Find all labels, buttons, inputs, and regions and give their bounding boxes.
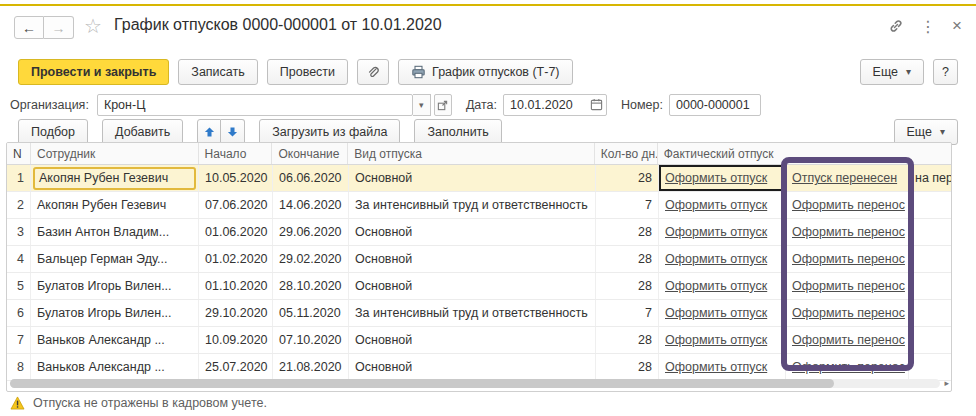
number-input[interactable] xyxy=(669,94,761,116)
type-cell[interactable]: Основной xyxy=(349,165,596,191)
end-cell[interactable]: 29.02.2020 xyxy=(273,246,349,272)
more-actions-button[interactable]: Еще ▾ xyxy=(860,59,924,85)
employee-cell[interactable]: Акопян Рубен Гезевич xyxy=(31,192,199,218)
transfer-link[interactable]: Оформить перенос xyxy=(792,306,905,320)
make-vacation-link[interactable]: Оформить отпуск xyxy=(665,225,767,239)
start-cell[interactable]: 10.09.2020 xyxy=(199,327,273,353)
start-cell[interactable]: 25.07.2020 xyxy=(199,354,273,380)
transfer-link[interactable]: Оформить перенос xyxy=(792,252,905,266)
transfer-link[interactable]: Отпуск перенесен xyxy=(792,171,897,185)
days-cell[interactable]: 28 xyxy=(596,165,659,191)
make-vacation-link[interactable]: Оформить отпуск xyxy=(665,360,767,374)
col-header-type[interactable]: Вид отпуска xyxy=(348,143,594,164)
type-cell[interactable]: За интенсивный труд и ответственность xyxy=(349,300,596,326)
close-icon[interactable]: × xyxy=(952,16,962,36)
type-cell[interactable]: Основной xyxy=(349,327,596,353)
extra-cell xyxy=(909,192,951,218)
transfer-link[interactable]: Оформить перенос xyxy=(792,279,905,293)
favorite-star-icon[interactable]: ☆ xyxy=(84,14,102,38)
organization-open-button[interactable] xyxy=(434,94,452,116)
days-cell[interactable]: 28 xyxy=(596,327,659,353)
employee-cell[interactable]: Ваньков Александр ... xyxy=(31,327,199,353)
end-cell[interactable]: 28.10.2020 xyxy=(273,273,349,299)
start-cell[interactable]: 29.10.2020 xyxy=(199,300,273,326)
more-menu-icon[interactable]: ⋮ xyxy=(920,17,936,36)
days-cell[interactable]: 28 xyxy=(596,354,659,380)
forward-button[interactable]: → xyxy=(44,16,74,39)
table-row[interactable]: 1 Акопян Рубен Гезевич 10.05.2020 06.06.… xyxy=(7,165,951,192)
employee-cell[interactable]: Бальцер Герман Эду... xyxy=(31,246,199,272)
start-cell[interactable]: 10.05.2020 xyxy=(199,165,273,191)
col-header-days[interactable]: Кол-во дн. xyxy=(595,143,658,164)
move-up-button[interactable] xyxy=(197,119,221,145)
type-cell[interactable]: За интенсивный труд и ответственность xyxy=(349,192,596,218)
col-header-start[interactable]: Начало xyxy=(199,143,273,164)
table-row[interactable]: 7 Ваньков Александр ... 10.09.2020 07.10… xyxy=(7,327,951,354)
attachments-button[interactable] xyxy=(357,59,389,85)
days-cell[interactable]: 28 xyxy=(596,219,659,245)
col-header-fact[interactable]: Фактический отпуск xyxy=(658,143,951,164)
employee-cell[interactable]: Ваньков Александр ... xyxy=(31,354,199,380)
end-cell[interactable]: 07.10.2020 xyxy=(273,327,349,353)
paperclip-icon xyxy=(366,65,380,79)
save-button[interactable]: Записать xyxy=(178,59,257,85)
col-header-n[interactable]: N xyxy=(7,143,31,164)
table-row[interactable]: 2 Акопян Рубен Гезевич 07.06.2020 14.06.… xyxy=(7,192,951,219)
days-cell[interactable]: 7 xyxy=(596,300,659,326)
move-down-button[interactable] xyxy=(221,119,245,145)
table-more-button[interactable]: Еще ▾ xyxy=(894,119,958,145)
type-cell[interactable]: Основной xyxy=(349,219,596,245)
start-cell[interactable]: 01.10.2020 xyxy=(199,273,273,299)
end-cell[interactable]: 21.08.2020 xyxy=(273,354,349,380)
add-button[interactable]: Добавить xyxy=(102,119,183,145)
organization-dropdown-button[interactable]: ▾ xyxy=(413,94,431,116)
back-button[interactable]: ← xyxy=(14,16,44,39)
print-t7-button[interactable]: График отпусков (Т-7) xyxy=(398,59,572,85)
make-vacation-link[interactable]: Оформить отпуск xyxy=(665,333,767,347)
load-from-file-button[interactable]: Загрузить из файла xyxy=(259,119,400,145)
make-vacation-link[interactable]: Оформить отпуск xyxy=(665,171,767,185)
transfer-link[interactable]: Оформить перенос xyxy=(792,225,905,239)
end-cell[interactable]: 29.06.2020 xyxy=(273,219,349,245)
days-cell[interactable]: 28 xyxy=(596,273,659,299)
start-cell[interactable]: 07.06.2020 xyxy=(199,192,273,218)
help-button[interactable]: ? xyxy=(933,59,958,85)
type-cell[interactable]: Основной xyxy=(349,246,596,272)
make-vacation-link[interactable]: Оформить отпуск xyxy=(665,252,767,266)
type-cell[interactable]: Основной xyxy=(349,273,596,299)
end-cell[interactable]: 14.06.2020 xyxy=(273,192,349,218)
transfer-link[interactable]: Оформить перенос xyxy=(792,360,905,374)
scrollbar-thumb[interactable] xyxy=(10,379,834,388)
pick-button[interactable]: Подбор xyxy=(18,119,88,145)
employee-cell[interactable]: Базин Антон Владим... xyxy=(31,219,199,245)
employee-cell[interactable]: Акопян Рубен Гезевич xyxy=(31,165,199,191)
start-cell[interactable]: 01.06.2020 xyxy=(199,219,273,245)
post-and-close-button[interactable]: Провести и закрыть xyxy=(18,59,169,85)
table-row[interactable]: 5 Булатов Игорь Вилен... 01.10.2020 28.1… xyxy=(7,273,951,300)
type-cell[interactable]: Основной xyxy=(349,354,596,380)
table-row[interactable]: 4 Бальцер Герман Эду... 01.02.2020 29.02… xyxy=(7,246,951,273)
organization-input[interactable] xyxy=(97,94,413,116)
fill-button[interactable]: Заполнить xyxy=(414,119,501,145)
end-cell[interactable]: 05.11.2020 xyxy=(273,300,349,326)
start-cell[interactable]: 01.02.2020 xyxy=(199,246,273,272)
table-row[interactable]: 6 Булатов Игорь Вилен... 29.10.2020 05.1… xyxy=(7,300,951,327)
table-row[interactable]: 3 Базин Антон Владим... 01.06.2020 29.06… xyxy=(7,219,951,246)
table-row[interactable]: 8 Ваньков Александр ... 25.07.2020 21.08… xyxy=(7,354,951,381)
end-cell[interactable]: 06.06.2020 xyxy=(273,165,349,191)
employee-cell[interactable]: Булатов Игорь Вилен... xyxy=(31,300,199,326)
calendar-icon[interactable] xyxy=(590,98,603,111)
transfer-link[interactable]: Оформить перенос xyxy=(792,333,905,347)
col-header-end[interactable]: Окончание xyxy=(272,143,348,164)
days-cell[interactable]: 7 xyxy=(596,192,659,218)
make-vacation-link[interactable]: Оформить отпуск xyxy=(665,306,767,320)
make-vacation-link[interactable]: Оформить отпуск xyxy=(665,279,767,293)
transfer-link[interactable]: Оформить перенос xyxy=(792,198,905,212)
col-header-employee[interactable]: Сотрудник xyxy=(31,143,199,164)
post-button[interactable]: Провести xyxy=(267,59,348,85)
make-vacation-link[interactable]: Оформить отпуск xyxy=(665,198,767,212)
get-link-icon[interactable] xyxy=(888,18,904,34)
employee-cell[interactable]: Булатов Игорь Вилен... xyxy=(31,273,199,299)
days-cell[interactable]: 28 xyxy=(596,246,659,272)
scroll-right-icon[interactable]: ▸ xyxy=(944,378,949,388)
